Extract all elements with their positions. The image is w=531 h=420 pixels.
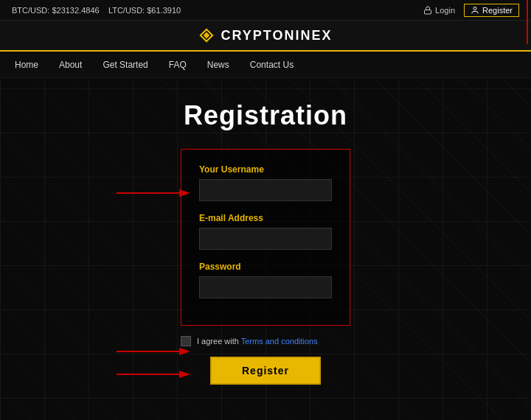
nav-bar: Home About Get Started FAQ News Contact … [0,52,531,78]
nav-contact[interactable]: Contact Us [250,60,294,70]
svg-rect-0 [425,10,431,14]
svg-marker-8 [179,371,190,378]
registration-form: Your Username E-mail Address Password [181,149,350,326]
email-input[interactable] [199,228,332,250]
nav-faq[interactable]: FAQ [169,60,187,70]
password-input[interactable] [199,276,332,298]
email-label: E-mail Address [199,213,332,223]
terms-link[interactable]: Terms and conditions [241,337,318,346]
nav-about[interactable]: About [59,60,82,70]
register-header-label: Register [482,6,513,15]
ticker-text: BTC/USD: $23132.4846 LTC/USD: $61.3910 [12,6,181,15]
username-label: Your Username [199,164,332,175]
nav-news[interactable]: News [207,60,229,70]
svg-marker-10 [179,348,190,355]
user-icon [471,6,479,15]
logo-diamond-icon [198,27,215,43]
svg-point-1 [473,7,476,10]
terms-text: I agree with Terms and conditions [197,337,318,346]
logo-text: CRYPTONINEX [221,28,332,43]
header-bar: CRYPTONINEX [0,21,531,52]
nav-home[interactable]: Home [15,60,38,70]
nav-get-started[interactable]: Get Started [103,60,148,70]
lock-icon [423,6,432,15]
register-submit-button[interactable]: Register [210,357,321,385]
page-title: Registration [184,100,347,131]
password-group: Password [199,262,332,298]
btc-price: BTC/USD: $23132.4846 [12,6,100,15]
email-group: E-mail Address [199,213,332,250]
ltc-price: LTC/USD: $61.3910 [108,6,181,15]
username-group: Your Username [199,164,332,201]
login-label: Login [435,6,455,15]
annotation-arrow-form [117,186,190,200]
ticker-bar: BTC/USD: $23132.4846 LTC/USD: $61.3910 L… [0,0,531,21]
terms-row: I agree with Terms and conditions [181,336,350,346]
annotation-arrow-register [117,367,190,382]
annotation-arrow-checkbox [117,344,190,359]
password-label: Password [199,262,332,272]
login-button[interactable]: Login [423,6,455,15]
annotation-line-right [524,0,531,44]
register-header-button[interactable]: Register [464,4,519,17]
svg-marker-6 [179,189,190,197]
main-content: Registration Your Username E-mail Addres… [0,78,531,385]
logo: CRYPTONINEX [198,27,332,43]
ticker-actions: Login Register [423,4,519,17]
username-input[interactable] [199,179,332,201]
